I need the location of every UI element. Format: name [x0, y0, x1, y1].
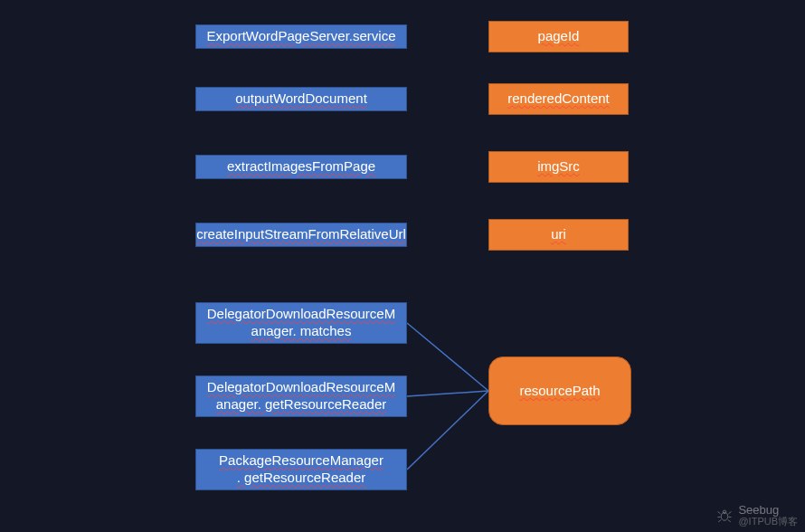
- label-line2: anager. matches: [251, 323, 352, 340]
- label: imgSrc: [537, 158, 580, 176]
- box-output-word-document: outputWordDocument: [195, 87, 407, 111]
- bug-icon: [716, 508, 733, 524]
- svg-line-1: [407, 391, 488, 396]
- svg-line-0: [407, 323, 488, 391]
- label-line2: . getResourceReader: [237, 470, 366, 487]
- box-export-word-page-server: ExportWordPageServer.service: [195, 24, 407, 49]
- label: ExportWordPageServer.service: [207, 28, 396, 45]
- svg-line-9: [719, 519, 722, 521]
- box-page-id: pageId: [488, 21, 629, 52]
- watermark: Seebug @ITPUB博客: [716, 504, 798, 527]
- svg-line-6: [729, 511, 732, 513]
- box-rendered-content: renderedContent: [488, 83, 629, 115]
- box-delegator-get-resource-reader: DelegatorDownloadResourceM anager. getRe…: [195, 375, 407, 417]
- box-uri: uri: [488, 219, 629, 251]
- label-line2: anager. getResourceReader: [216, 396, 386, 413]
- label: pageId: [538, 28, 580, 45]
- svg-line-2: [407, 391, 488, 470]
- label-line1: PackageResourceManager: [219, 452, 384, 470]
- box-extract-images-from-page: extractImagesFromPage: [195, 155, 407, 179]
- label: renderedContent: [507, 90, 610, 108]
- box-create-input-stream: createInputStreamFromRelativeUrl: [195, 223, 407, 247]
- label-line1: DelegatorDownloadResourceM: [207, 379, 395, 396]
- watermark-brand: Seebug: [738, 504, 779, 516]
- label: createInputStreamFromRelativeUrl: [196, 226, 406, 243]
- label: resourcePath: [519, 383, 600, 400]
- box-resource-path: resourcePath: [488, 356, 631, 425]
- box-delegator-matches: DelegatorDownloadResourceM anager. match…: [195, 302, 407, 344]
- watermark-source: @ITPUB博客: [738, 517, 798, 527]
- label-line1: DelegatorDownloadResourceM: [207, 306, 395, 323]
- box-package-resource-manager: PackageResourceManager . getResourceRead…: [195, 449, 407, 490]
- svg-line-5: [718, 511, 721, 513]
- svg-line-10: [728, 519, 731, 521]
- box-img-src: imgSrc: [488, 151, 629, 183]
- label: extractImagesFromPage: [227, 158, 375, 176]
- flow-diagram: ExportWordPageServer.service pageId outp…: [0, 0, 805, 532]
- label: outputWordDocument: [235, 90, 367, 108]
- watermark-text: Seebug @ITPUB博客: [738, 504, 798, 527]
- label: uri: [551, 226, 566, 243]
